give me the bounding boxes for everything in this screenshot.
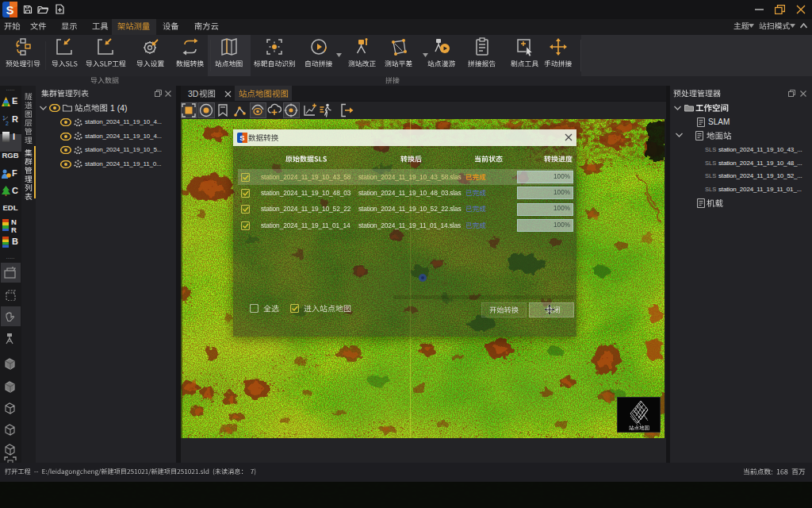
svg-text:S: S: [239, 133, 244, 142]
svg-text:2: 2: [6, 121, 9, 125]
svg-text:S: S: [6, 3, 13, 17]
